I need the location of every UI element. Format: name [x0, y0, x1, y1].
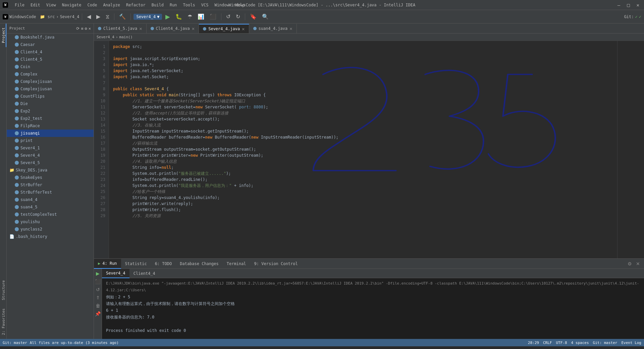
- breadcrumb-file[interactable]: Sever4_4: [97, 35, 114, 39]
- tree-item-exp2[interactable]: Exp2: [7, 107, 94, 115]
- close-button[interactable]: ✕: [635, 2, 641, 8]
- statusbar-encoding[interactable]: UTF-8: [556, 341, 567, 345]
- menu-analyze[interactable]: Analyze: [100, 2, 123, 8]
- run-pin-button[interactable]: 📌: [94, 310, 101, 317]
- settings-button[interactable]: ⚙: [626, 260, 633, 267]
- breadcrumb-method[interactable]: main(): [119, 35, 133, 39]
- menu-edit[interactable]: Edit: [28, 2, 43, 8]
- tab-run[interactable]: ▶ 4: Run: [94, 259, 121, 269]
- run-button[interactable]: ▶: [163, 12, 172, 22]
- stop-button[interactable]: ⬛: [208, 12, 218, 21]
- statusbar-git-master[interactable]: Git: master: [593, 341, 618, 345]
- menu-navigate[interactable]: Navigate: [59, 2, 84, 8]
- tree-item-sever4_4[interactable]: Sever4_4: [7, 152, 94, 159]
- menu-code[interactable]: Code: [85, 2, 100, 8]
- project-tab[interactable]: Project: [0, 23, 6, 47]
- run-subtab-client4-4[interactable]: Client4_4: [129, 269, 159, 278]
- debug-button[interactable]: 🐛: [173, 12, 184, 21]
- tree-item-sever4_5[interactable]: Sever4_5: [7, 159, 94, 166]
- tree-item-coin[interactable]: Coin: [7, 63, 94, 70]
- tab-close-client4-4[interactable]: ✕: [192, 26, 195, 31]
- tree-item-complexjisuan[interactable]: Complexjisuan: [7, 78, 94, 85]
- profile-button[interactable]: 📊: [196, 12, 206, 21]
- code-text[interactable]: package src; import javax.script.ScriptE…: [109, 41, 644, 258]
- menu-tools[interactable]: Tools: [180, 2, 198, 8]
- run-subtab-sever4-4[interactable]: Sever4_4: [102, 269, 129, 278]
- build-button[interactable]: 🔨: [117, 12, 128, 21]
- tab-version-control[interactable]: 9: Version Control: [250, 259, 302, 269]
- recent-files-button[interactable]: ⧖: [104, 12, 111, 21]
- minimize-panel-button[interactable]: ✕: [635, 260, 641, 267]
- forward-button[interactable]: ▶: [94, 12, 102, 21]
- menu-run[interactable]: Run: [167, 2, 180, 8]
- tree-item-suan4_4[interactable]: suan4_4: [7, 196, 94, 203]
- maximize-button[interactable]: □: [625, 2, 632, 8]
- tree-item-youlishu[interactable]: youlishu: [7, 218, 94, 226]
- minimize-button[interactable]: —: [615, 2, 622, 8]
- undo-button[interactable]: ↺: [224, 12, 232, 21]
- run-scroll-top[interactable]: ⇑: [95, 294, 101, 301]
- tree-item-skey_des[interactable]: 📁Skey_DES.java: [7, 166, 94, 174]
- back-button[interactable]: ◀: [85, 12, 93, 21]
- run-config-selector[interactable]: Sever4_4 ▼: [133, 14, 162, 20]
- tree-item-exp2_test[interactable]: Exp2_test: [7, 115, 94, 122]
- tab-statistic[interactable]: Statistic: [121, 259, 151, 269]
- tree-item-yunclass2[interactable]: yunclass2: [7, 226, 94, 233]
- tab-client4-5[interactable]: Client4_5.java ✕: [94, 24, 147, 33]
- tab-close-suan4-4[interactable]: ✕: [289, 26, 292, 31]
- settings-icon[interactable]: ⚙: [85, 26, 87, 31]
- redo-button[interactable]: ↻: [234, 12, 242, 21]
- statusbar-indent[interactable]: 4 spaces: [571, 341, 589, 345]
- statusbar-git[interactable]: Git: master: [3, 341, 27, 345]
- tab-client4-4[interactable]: Client4_4.java ✕: [147, 24, 199, 33]
- tree-item-strbuffer[interactable]: StrBuffer: [7, 181, 94, 189]
- tree-item-die[interactable]: Die: [7, 100, 94, 107]
- menu-view[interactable]: View: [44, 2, 59, 8]
- close-panel-icon[interactable]: ✕: [89, 26, 91, 31]
- tree-item-testcomplextest[interactable]: testComplexTest: [7, 211, 94, 218]
- collapse-icon[interactable]: ≡: [81, 26, 83, 31]
- statusbar-line-sep[interactable]: CRLF: [543, 341, 552, 345]
- tree-item-snakeeyes[interactable]: SnakeEyes: [7, 174, 94, 181]
- toolbar-file-label[interactable]: Sever4_4: [60, 14, 79, 19]
- tab-suan4-4[interactable]: suan4_4.java ✕: [249, 24, 297, 33]
- coverage-button[interactable]: ☂: [185, 12, 194, 21]
- tab-terminal[interactable]: Terminal: [223, 259, 250, 269]
- tree-item-countflips[interactable]: CountFlips: [7, 93, 94, 100]
- tree-item-jisuanqi[interactable]: jisuanqi: [7, 130, 94, 137]
- menu-file[interactable]: File: [12, 2, 27, 8]
- run-clear-button[interactable]: 🗑: [95, 302, 101, 309]
- menu-vcs[interactable]: VCS: [199, 2, 211, 8]
- toolbar-src-label[interactable]: 📁 src: [40, 14, 55, 19]
- tree-item-print[interactable]: print: [7, 137, 94, 144]
- statusbar-event-log[interactable]: Event Log: [621, 341, 641, 345]
- statusbar-position[interactable]: 28:29: [528, 341, 539, 345]
- structure-tab[interactable]: Structure: [0, 276, 6, 304]
- favorites-tab[interactable]: 2: Favorites: [0, 304, 6, 339]
- tree-item-complexjiusan[interactable]: Complexjiusan: [7, 85, 94, 93]
- tree-item-sever4_1[interactable]: Sever4_1: [7, 144, 94, 152]
- run-play-button[interactable]: ▶: [95, 270, 100, 277]
- tree-item-suan4_5[interactable]: suan4_5: [7, 203, 94, 211]
- bookmark-button[interactable]: 🔖: [248, 12, 259, 21]
- tree-item-bookshelf[interactable]: Bookshelf.java: [7, 34, 94, 41]
- sync-icon[interactable]: ⟳: [76, 26, 79, 31]
- menu-refactor[interactable]: Refactor: [123, 2, 148, 8]
- tree-item-filiprace[interactable]: FilpRace: [7, 122, 94, 130]
- search-everywhere-button[interactable]: 🔍: [260, 12, 271, 21]
- run-stop-button[interactable]: ⬛: [94, 278, 101, 285]
- tab-close-sever4-4[interactable]: ✕: [242, 26, 245, 32]
- tree-item-bash_history[interactable]: 📄.bash_history: [7, 233, 94, 240]
- tree-item-client4_5[interactable]: Client4_5: [7, 56, 94, 63]
- tree-item-client4_4[interactable]: Client4_4: [7, 48, 94, 56]
- tab-database-changes[interactable]: Database Changes: [176, 259, 223, 269]
- run-rerun-button[interactable]: ↺: [95, 286, 101, 293]
- tree-item-caesar[interactable]: Caesar: [7, 41, 94, 48]
- tab-sever4-4[interactable]: Sever4_4.java ✕: [199, 24, 249, 33]
- tree-item-complex[interactable]: Complex: [7, 70, 94, 78]
- tab-todo[interactable]: 6: TODO: [151, 259, 176, 269]
- tree-item-strbuffertest[interactable]: StrBufferTest: [7, 189, 94, 196]
- menu-build[interactable]: Build: [149, 2, 166, 8]
- code-editor[interactable]: 12345 678910 1112131415 1617181920 21222…: [94, 41, 644, 258]
- tab-close-client4-5[interactable]: ✕: [139, 26, 142, 31]
